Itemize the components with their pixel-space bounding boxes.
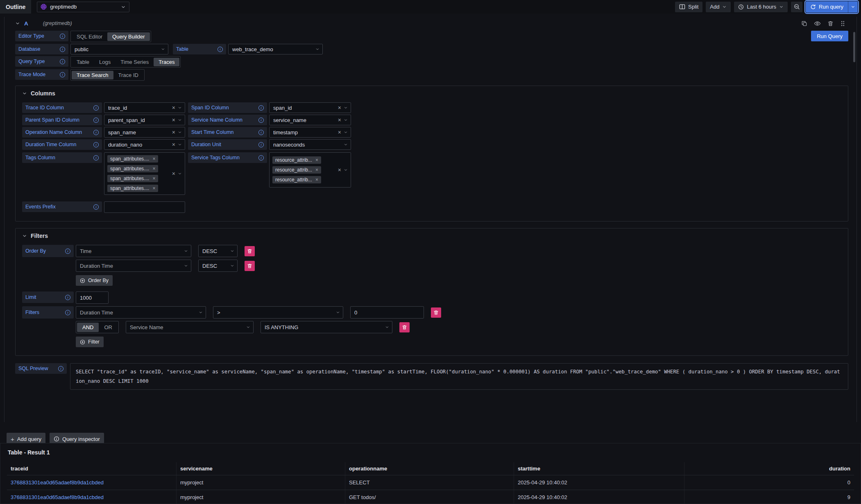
- span-id-column-select[interactable]: span_id ×: [269, 102, 351, 113]
- filter-value-input[interactable]: [350, 306, 424, 319]
- remove-filter-button[interactable]: [431, 307, 441, 318]
- tag-chip[interactable]: span_attributes....×: [107, 185, 158, 192]
- clear-icon[interactable]: ×: [338, 105, 341, 111]
- zoom-out-button[interactable]: [791, 2, 802, 12]
- tab-time-series[interactable]: Time Series: [116, 58, 154, 66]
- info-icon[interactable]: i: [60, 47, 65, 52]
- clear-icon[interactable]: ×: [338, 117, 341, 123]
- info-icon[interactable]: i: [258, 118, 264, 123]
- info-icon[interactable]: i: [258, 155, 264, 160]
- collapse-section-icon[interactable]: [22, 233, 27, 238]
- add-order-by-button[interactable]: Order By: [76, 275, 113, 286]
- tag-chip[interactable]: span_attributes....×: [107, 165, 158, 172]
- tags-column-multiselect[interactable]: span_attributes....× span_attributes....…: [104, 152, 185, 195]
- remove-order-by-button[interactable]: [245, 246, 255, 256]
- run-query-button[interactable]: Run query: [806, 1, 848, 13]
- column-header-starttime[interactable]: starttime: [514, 462, 684, 475]
- tab-table[interactable]: Table: [72, 58, 94, 66]
- info-icon[interactable]: i: [218, 47, 223, 52]
- filter-field-select[interactable]: Duration Time: [76, 306, 206, 319]
- order-by-direction-select[interactable]: DESC: [198, 260, 238, 272]
- info-icon[interactable]: i: [93, 118, 99, 123]
- remove-filter-button[interactable]: [399, 322, 410, 332]
- add-button[interactable]: Add: [706, 2, 731, 12]
- clear-all-icon[interactable]: ×: [338, 167, 341, 173]
- tab-query-builder[interactable]: Query Builder: [107, 32, 150, 41]
- info-icon[interactable]: i: [65, 295, 70, 300]
- info-icon[interactable]: i: [60, 59, 65, 64]
- limit-input[interactable]: [76, 292, 109, 304]
- tag-chip[interactable]: span_attributes....×: [107, 155, 158, 163]
- query-ref-id[interactable]: A: [24, 20, 28, 27]
- tab-trace-id[interactable]: Trace ID: [113, 71, 143, 79]
- duration-unit-select[interactable]: nanoseconds: [269, 139, 351, 150]
- info-icon[interactable]: i: [60, 72, 65, 77]
- duration-time-column-select[interactable]: duration_nano ×: [104, 139, 185, 150]
- tab-sql-editor[interactable]: SQL Editor: [72, 32, 107, 41]
- clear-icon[interactable]: ×: [172, 117, 175, 123]
- delete-query-icon[interactable]: [827, 20, 834, 27]
- drag-handle-icon[interactable]: [840, 20, 845, 27]
- remove-tag-icon[interactable]: ×: [315, 158, 318, 163]
- events-prefix-input[interactable]: [104, 201, 185, 213]
- order-by-field-select[interactable]: Time: [76, 245, 191, 257]
- info-icon[interactable]: i: [93, 105, 99, 111]
- service-tag-chip[interactable]: resource_attrib...×: [272, 156, 321, 164]
- clear-icon[interactable]: ×: [172, 142, 175, 147]
- filter-field-select[interactable]: Service Name: [126, 321, 254, 333]
- info-icon[interactable]: i: [65, 310, 70, 315]
- service-tag-chip[interactable]: resource_attrib...×: [272, 176, 321, 183]
- scrollbar-thumb[interactable]: [853, 32, 855, 62]
- filter-operator-select[interactable]: >: [213, 306, 343, 319]
- column-header-operationname[interactable]: operationname: [345, 462, 514, 475]
- info-icon[interactable]: i: [93, 155, 99, 160]
- service-tags-column-multiselect[interactable]: resource_attrib...× resource_attrib...× …: [269, 152, 351, 188]
- column-header-traceid[interactable]: traceid: [7, 462, 177, 475]
- info-icon[interactable]: i: [58, 366, 63, 371]
- info-icon[interactable]: i: [258, 142, 264, 147]
- clear-icon[interactable]: ×: [172, 105, 175, 111]
- order-by-direction-select[interactable]: DESC: [198, 245, 238, 257]
- service-name-column-select[interactable]: service_name ×: [269, 115, 351, 125]
- remove-tag-icon[interactable]: ×: [152, 176, 155, 181]
- database-select[interactable]: public: [70, 44, 168, 54]
- panel-run-query-button[interactable]: Run Query: [811, 31, 848, 41]
- parent-span-id-column-select[interactable]: parent_span_id ×: [104, 115, 185, 125]
- tag-chip[interactable]: span_attributes....×: [107, 175, 158, 182]
- info-icon[interactable]: i: [65, 249, 70, 254]
- or-option[interactable]: OR: [99, 323, 118, 332]
- column-header-servicename[interactable]: servicename: [177, 462, 345, 475]
- table-select[interactable]: web_trace_demo: [228, 44, 323, 54]
- info-icon[interactable]: i: [93, 142, 99, 147]
- tab-logs[interactable]: Logs: [94, 58, 116, 66]
- tab-trace-search[interactable]: Trace Search: [72, 71, 113, 79]
- trace-id-column-select[interactable]: trace_id ×: [104, 102, 185, 113]
- tab-traces[interactable]: Traces: [154, 58, 179, 66]
- column-header-duration[interactable]: duration: [684, 462, 854, 475]
- filter-operator-select[interactable]: IS ANYTHING: [261, 321, 392, 333]
- collapse-section-icon[interactable]: [22, 91, 27, 96]
- info-icon[interactable]: i: [93, 130, 99, 135]
- clear-icon[interactable]: ×: [172, 129, 175, 135]
- order-by-field-select[interactable]: Duration Time: [76, 260, 191, 272]
- remove-order-by-button[interactable]: [245, 261, 255, 271]
- info-icon[interactable]: i: [258, 130, 264, 135]
- add-filter-button[interactable]: Filter: [76, 337, 104, 347]
- remove-tag-icon[interactable]: ×: [315, 177, 318, 182]
- service-tag-chip[interactable]: resource_attrib...×: [272, 166, 321, 174]
- trace-id-link[interactable]: 3768831301ea0d65adaef8b9da1cbded: [11, 494, 104, 500]
- split-button[interactable]: Split: [675, 2, 702, 12]
- hide-query-icon[interactable]: [814, 20, 821, 27]
- clear-icon[interactable]: ×: [338, 129, 341, 135]
- clear-all-icon[interactable]: ×: [172, 171, 175, 176]
- remove-tag-icon[interactable]: ×: [152, 186, 155, 191]
- datasource-picker[interactable]: greptimedb: [37, 2, 129, 12]
- time-range-button[interactable]: Last 6 hours: [734, 2, 788, 12]
- duplicate-query-icon[interactable]: [801, 20, 807, 27]
- remove-tag-icon[interactable]: ×: [152, 166, 155, 171]
- info-icon[interactable]: i: [258, 105, 264, 111]
- collapse-query-icon[interactable]: [15, 21, 20, 26]
- operation-name-column-select[interactable]: span_name ×: [104, 127, 185, 138]
- run-query-options-button[interactable]: [848, 1, 858, 13]
- trace-id-link[interactable]: 3768831301ea0d65adaef8b9da1cbded: [11, 479, 104, 486]
